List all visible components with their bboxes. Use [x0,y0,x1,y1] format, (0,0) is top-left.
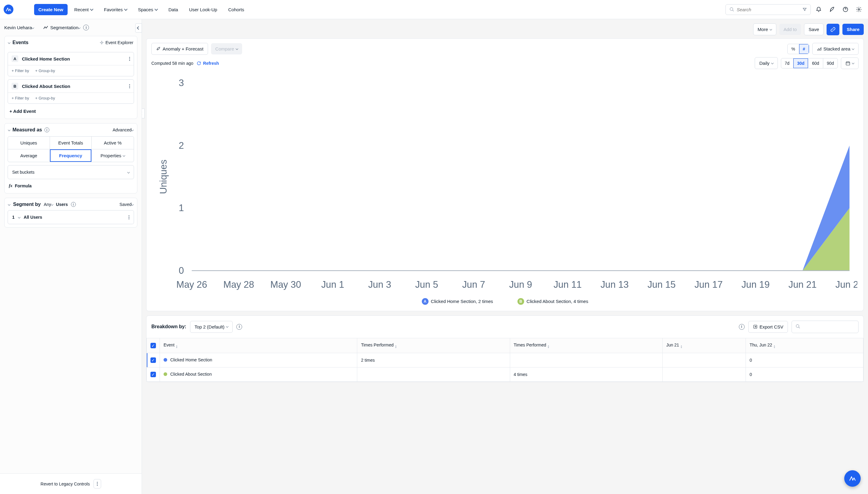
column-header[interactable]: Thu, Jun 22▲▼ [746,338,864,353]
event-explorer-link[interactable]: Event Explorer [99,40,133,45]
column-header[interactable]: Jun 21▲▼ [663,338,746,353]
event-menu-button[interactable] [129,57,130,61]
rocket-icon[interactable] [827,4,837,15]
events-collapse-toggle[interactable] [8,40,10,45]
anomaly-forecast-button[interactable]: Anomaly + Forecast [151,43,208,55]
range-7d[interactable]: 7d [781,58,794,68]
measure-active-pct[interactable]: Active % [92,137,134,149]
global-search[interactable] [725,4,811,15]
measured-title: Measured as [13,127,42,133]
link-button[interactable] [827,24,839,35]
stacked-area-chart: 0123UniquesMay 26May 28May 30Jun 1Jun 3J… [152,75,857,294]
svg-text:Jun 13: Jun 13 [601,279,629,290]
event-letter: A [12,55,18,62]
column-header[interactable]: Event▲▼ [160,338,357,353]
measure-uniques[interactable]: Uniques [8,137,50,149]
nav-user-lookup[interactable]: User Look-Up [185,4,222,15]
notifications-icon[interactable] [813,4,824,15]
calendar-icon [846,61,850,66]
more-button[interactable]: More [753,23,776,35]
event-name[interactable]: Clicked Home Section [22,56,125,61]
percent-toggle[interactable]: % [788,44,799,54]
share-button[interactable]: Share [843,24,864,35]
segment-label: All Users [24,215,42,220]
date-picker[interactable] [841,57,858,69]
measure-properties[interactable]: Properties [92,149,134,162]
event-row-a: A Clicked Home Section + Filter by + Gro… [7,52,134,76]
help-icon[interactable] [840,4,851,15]
range-60d[interactable]: 60d [808,58,823,68]
export-icon [753,324,758,329]
buckets-dropdown[interactable]: Set buckets [7,165,134,179]
footer-menu-button[interactable] [93,479,101,489]
compare-button: Compare [211,43,242,54]
row-checkbox[interactable]: ✓ [150,372,156,377]
svg-point-0 [730,7,733,10]
segment-item[interactable]: 1 All Users [7,210,134,224]
save-button[interactable]: Save [804,23,824,35]
legend-item[interactable]: AClicked Home Section, 2 times [422,298,493,305]
breakdown-selector[interactable]: Top 2 (Default) [190,321,233,333]
create-new-button[interactable]: Create New [34,4,68,15]
event-name[interactable]: Clicked About Section [22,84,125,89]
info-icon[interactable]: i [71,202,76,207]
formula-button[interactable]: Formula [15,184,32,188]
range-90d[interactable]: 90d [823,58,837,68]
svg-text:Jun 23: Jun 23 [835,279,857,290]
svg-text:Jun 19: Jun 19 [741,279,770,290]
filter-icon[interactable] [802,7,807,12]
select-all-checkbox[interactable]: ✓ [150,343,156,348]
advanced-dropdown[interactable]: Advanced [113,128,133,132]
measure-event-totals[interactable]: Event Totals [50,137,92,149]
svg-text:3: 3 [179,78,184,88]
segment-collapse-toggle[interactable] [8,202,10,207]
hash-toggle[interactable]: # [799,44,809,54]
group-by-link[interactable]: + Group-by [35,69,55,73]
group-by-link[interactable]: + Group-by [35,96,55,100]
collapse-panel-button[interactable] [135,23,142,33]
owner-selector[interactable]: Kevin Uehara [4,25,34,30]
expand-chart-button[interactable] [142,109,145,118]
interval-dropdown[interactable]: Daily [755,57,778,69]
saved-dropdown[interactable]: Saved [120,202,133,207]
analysis-type-selector[interactable]: Segmentation [50,25,80,30]
info-icon[interactable]: i [236,324,242,330]
svg-text:Jun 9: Jun 9 [509,279,532,290]
column-header[interactable]: Times Performed▲▼ [510,338,663,353]
revert-legacy-link[interactable]: Revert to Legacy Controls [40,481,90,487]
export-csv-button[interactable]: Export CSV [748,321,788,333]
chart-type-dropdown[interactable]: Stacked area [812,43,858,55]
table-search[interactable] [792,321,858,333]
measure-frequency[interactable]: Frequency [50,149,92,162]
refresh-button[interactable]: Refresh [196,61,219,66]
filter-by-link[interactable]: + Filter by [12,69,29,73]
column-header[interactable]: Times Performed▲▼ [357,338,510,353]
events-title: Events [13,40,28,45]
search-input[interactable] [737,7,800,12]
measure-average[interactable]: Average [8,149,50,162]
row-checkbox[interactable]: ✓ [150,357,156,363]
add-event-button[interactable]: + Add Event [10,109,36,114]
event-menu-button[interactable] [129,84,130,88]
range-30d[interactable]: 30d [793,58,808,68]
filter-by-link[interactable]: + Filter by [12,96,29,100]
refresh-icon [196,61,201,66]
nav-cohorts[interactable]: Cohorts [224,4,249,15]
svg-text:Jun 11: Jun 11 [554,279,582,290]
svg-text:2: 2 [179,140,184,151]
nav-favorites[interactable]: Favorites [100,4,131,15]
measured-collapse-toggle[interactable] [8,127,10,133]
info-icon[interactable]: i [44,128,49,132]
events-panel: Events Event Explorer A Clicked Home Sec… [4,36,137,119]
app-switcher-icon[interactable] [18,4,29,15]
legend-item[interactable]: BClicked About Section, 4 times [518,298,589,305]
settings-icon[interactable] [853,4,864,15]
info-icon[interactable]: i [83,25,89,31]
nav-recent[interactable]: Recent [70,4,97,15]
info-icon[interactable]: i [739,324,745,330]
segment-menu-button[interactable] [128,215,129,219]
any-dropdown[interactable]: Any [44,202,53,207]
nav-data[interactable]: Data [164,4,182,15]
nav-spaces[interactable]: Spaces [134,4,162,15]
help-fab[interactable] [844,470,861,487]
